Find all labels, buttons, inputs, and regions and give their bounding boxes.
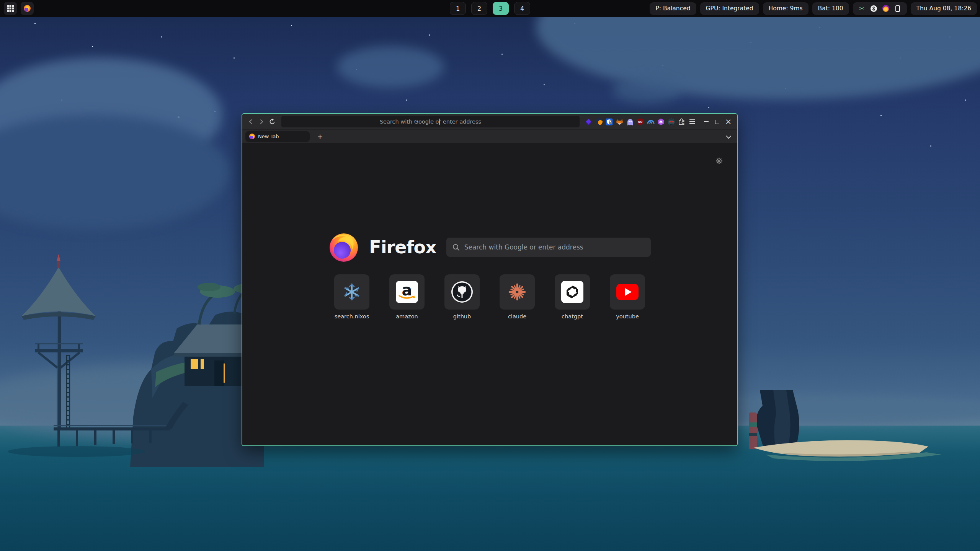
extension-button-9[interactable] [666,116,676,127]
maximize-button[interactable] [712,116,723,127]
workspace-4-label: 4 [520,5,524,12]
firefox-launcher-button[interactable] [21,2,34,15]
maximize-icon [715,120,719,124]
shortcut-label: claude [508,313,526,320]
ghost-icon [627,118,634,126]
shortcut-label: amazon [396,313,418,320]
app-grid-icon [7,5,14,12]
close-button[interactable]: × [723,116,734,127]
workspace-1-label: 1 [456,5,460,12]
shortcut-youtube-tile[interactable] [610,274,645,310]
shortcut-youtube[interactable]: youtube [600,274,655,320]
moon-circle-icon [596,118,603,125]
workspace-3-label: 3 [499,5,503,12]
extension-button-2[interactable] [594,116,604,127]
shortcut-chatgpt-tile[interactable] [555,274,590,310]
system-tray[interactable]: ✂ [853,2,907,15]
puzzle-icon [678,118,685,126]
shortcut-amazon-tile[interactable]: a [389,274,425,310]
power-profile-pill[interactable]: P: Balanced [650,2,696,15]
shortcut-nixos-tile[interactable] [334,274,369,310]
purple-layers-icon [585,118,592,126]
shortcut-github-tile[interactable] [444,274,480,310]
shortcut-label: search.nixos [335,313,369,320]
back-icon [248,119,253,124]
close-icon: × [725,118,732,126]
flame-orb-icon[interactable] [882,5,889,12]
newtab-settings-button[interactable] [715,157,723,166]
shortcut-amazon[interactable]: a amazon [379,274,434,320]
shortcut-nixos[interactable]: search.nixos [324,274,379,320]
shortcut-label: chatgpt [562,313,583,320]
shortcut-label: youtube [616,313,639,320]
forward-button[interactable] [256,116,267,127]
clock-label: Thu Aug 08, 18:26 [916,5,971,12]
bluetooth-icon[interactable] [871,5,877,12]
youtube-logo-icon [616,284,639,300]
workspace-2[interactable]: 2 [471,2,487,15]
tab-new-tab[interactable]: New Tab [245,131,310,142]
newtab-search-placeholder: Search with Google or enter address [464,243,583,251]
extension-button-6[interactable]: UO [635,116,645,127]
newtab-search-field[interactable]: Search with Google or enter address [446,238,651,257]
battery-pill[interactable]: Bat: 100 [812,2,849,15]
url-bar[interactable]: Search with Google or enter address [281,116,580,127]
back-button[interactable] [245,116,256,127]
shortcut-tiles: search.nixos a amazon [242,274,737,320]
forward-icon [259,119,264,124]
firefox-wordmark: Firefox [369,237,436,258]
navigation-toolbar: Search with Google or enter address [242,114,737,129]
shortcut-label: github [453,313,471,320]
workspace-1[interactable]: 1 [450,2,466,15]
workspace-4[interactable]: 4 [514,2,530,15]
app-menu-button[interactable] [687,116,697,127]
tab-bar: New Tab + [242,129,737,143]
reload-button[interactable] [267,116,278,127]
chatgpt-logo-icon [561,281,583,303]
clock-pill[interactable]: Thu Aug 08, 18:26 [911,2,977,15]
gpu-pill[interactable]: GPU: Integrated [700,2,759,15]
extension-button-3[interactable] [604,116,614,127]
shortcut-claude[interactable]: claude [490,274,545,320]
extension-button-7[interactable] [645,116,656,127]
power-profile-label: P: Balanced [655,5,690,12]
github-logo-icon [451,281,473,303]
text-caret [439,119,440,125]
shortcut-chatgpt[interactable]: chatgpt [545,274,600,320]
workspace-3-active[interactable]: 3 [493,2,509,15]
extension-button-1[interactable] [583,116,594,127]
ping-pill[interactable]: Home: 9ms [763,2,808,15]
ping-label: Home: 9ms [769,5,803,12]
claude-logo-icon [507,282,527,302]
svg-text:UO: UO [638,120,643,123]
workspace-switcher: 1 2 3 4 [450,2,530,15]
status-cluster: P: Balanced GPU: Integrated Home: 9ms Ba… [650,2,977,15]
amazon-logo-icon: a [396,281,418,303]
plus-icon: + [317,132,323,140]
tab-list-chevron-icon[interactable] [726,133,731,139]
minimize-button[interactable] [701,116,712,127]
nixos-snowflake-icon [343,283,361,301]
extension-button-4[interactable] [614,116,625,127]
face-glasses-icon [668,118,675,126]
extension-button-5[interactable] [625,116,635,127]
extension-button-8[interactable] [656,116,666,127]
app-grid-button[interactable] [4,2,17,15]
battery-label: Bat: 100 [818,5,843,12]
shortcut-github[interactable]: github [434,274,490,320]
scissors-icon[interactable]: ✂ [859,5,865,12]
gear-icon [715,157,723,165]
island-watchtower-art [0,237,264,467]
gpu-label: GPU: Integrated [706,5,753,12]
extensions-menu-button[interactable] [676,116,687,127]
phone-icon[interactable] [895,5,900,12]
window-controls: × [701,116,734,127]
tab-title: New Tab [258,134,279,139]
top-status-bar: 1 2 3 4 P: Balanced GPU: Integrated Home… [0,0,980,17]
open-new-tab-button[interactable]: + [315,132,325,142]
menu-icon [689,119,695,124]
cloud [337,46,444,88]
search-icon [452,244,460,251]
shortcut-claude-tile[interactable] [500,274,535,310]
firefox-window: Search with Google or enter address [242,113,738,446]
